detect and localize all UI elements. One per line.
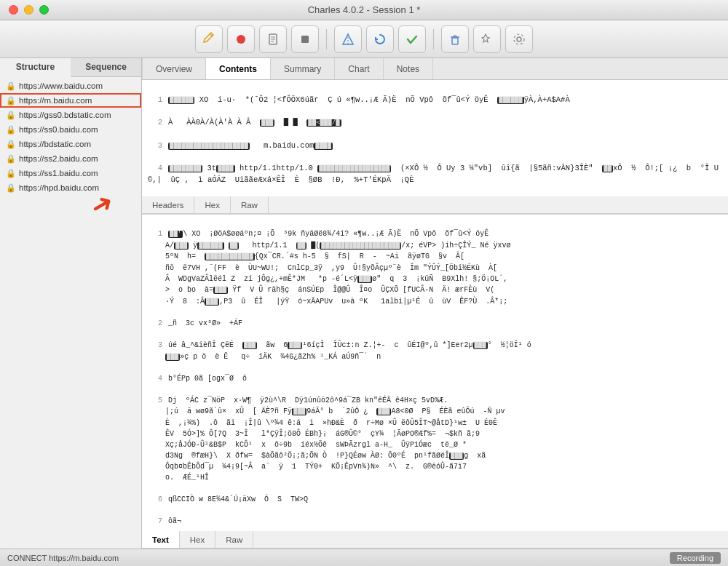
maximize-button[interactable] bbox=[39, 5, 49, 15]
list-item-baidu-www[interactable]: 🔒 https://www.baidu.com bbox=[0, 79, 141, 93]
subtab-headers[interactable]: Headers bbox=[142, 196, 194, 213]
lock-icon-gss0: 🔒 bbox=[6, 110, 16, 120]
content-area: 1██████ XO i-u· *(ˉÔ2 ¦<fÔÖX6úãr Ç ú «¶w… bbox=[142, 80, 728, 549]
tab-contents[interactable]: Contents bbox=[206, 58, 271, 79]
trash-btn[interactable] bbox=[441, 25, 469, 53]
settings-btn[interactable] bbox=[505, 25, 533, 53]
lock-icon-bdstatic: 🔒 bbox=[6, 139, 16, 149]
subtab-text[interactable]: Text bbox=[142, 531, 180, 548]
list-item-ss1[interactable]: 🔒 https://ss1.baidu.com bbox=[0, 166, 141, 180]
pen-btn[interactable] bbox=[334, 25, 362, 53]
list-item-baidu-m[interactable]: 🔒 https://m.baidu.com bbox=[0, 93, 141, 108]
record-btn[interactable] bbox=[227, 25, 255, 53]
refresh-btn[interactable] bbox=[366, 25, 394, 53]
status-bar: CONNECT https://m.baidu.com Recording bbox=[0, 549, 728, 566]
tools-btn[interactable] bbox=[473, 25, 501, 53]
window-title: Charles 4.0.2 - Session 1 * bbox=[308, 4, 421, 15]
tab-chart[interactable]: Chart bbox=[335, 58, 383, 79]
bottom-sub-tabs: Text Hex Raw bbox=[142, 531, 728, 549]
tab-notes[interactable]: Notes bbox=[384, 58, 433, 79]
toolbar bbox=[0, 20, 728, 58]
list-item-ss2[interactable]: 🔒 https://ss2.baidu.com bbox=[0, 151, 141, 166]
status-text: CONNECT https://m.baidu.com bbox=[7, 554, 119, 562]
main-content: Structure Sequence 🔒 https://www.baidu.c… bbox=[0, 58, 728, 549]
lock-icon-ss2: 🔒 bbox=[6, 154, 16, 164]
svg-point-12 bbox=[517, 37, 521, 41]
sidebar-tabs: Structure Sequence bbox=[0, 58, 141, 77]
subtab-hex[interactable]: Hex bbox=[194, 196, 230, 213]
sidebar: Structure Sequence 🔒 https://www.baidu.c… bbox=[0, 58, 142, 549]
svg-rect-5 bbox=[301, 36, 309, 43]
subtab-raw[interactable]: Raw bbox=[231, 196, 269, 213]
subtab-hex-bottom[interactable]: Hex bbox=[180, 531, 215, 548]
tab-sequence[interactable]: Sequence bbox=[71, 58, 141, 76]
pencil-btn[interactable] bbox=[195, 25, 223, 53]
content-lower: 1██'\ XO ¡ØöA$øøáºn;¤ ¡Õ ³9k ñyäØë8¾/4i?… bbox=[142, 215, 728, 549]
content-upper: 1██████ XO i-u· *(ˉÔ2 ¦<fÔÖX6úãr Ç ú «¶w… bbox=[142, 80, 728, 215]
list-item-gss0[interactable]: 🔒 https://gss0.bdstatic.com bbox=[0, 108, 141, 122]
title-bar: Charles 4.0.2 - Session 1 * bbox=[0, 0, 728, 20]
right-tabs: Overview Contents Summary Chart Notes bbox=[142, 58, 728, 80]
tab-structure[interactable]: Structure bbox=[0, 58, 71, 77]
lock-icon-ss0: 🔒 bbox=[6, 124, 16, 135]
list-item-ss0[interactable]: 🔒 https://ss0.baidu.com bbox=[0, 122, 141, 137]
subtab-raw-bottom[interactable]: Raw bbox=[215, 531, 253, 548]
lock-icon: 🔒 bbox=[6, 81, 16, 91]
window-controls bbox=[9, 5, 49, 15]
tab-overview[interactable]: Overview bbox=[142, 58, 206, 79]
tab-summary[interactable]: Summary bbox=[271, 58, 335, 79]
svg-point-0 bbox=[237, 35, 245, 44]
list-item-hpd[interactable]: 🔒 https://hpd.baidu.com bbox=[0, 180, 141, 195]
bottom-content[interactable]: 1██'\ XO ¡ØöA$øøáºn;¤ ¡Õ ³9k ñyäØë8¾/4i?… bbox=[142, 215, 728, 531]
check-btn[interactable] bbox=[398, 25, 426, 53]
svg-point-13 bbox=[514, 34, 524, 44]
separator-1 bbox=[326, 29, 327, 49]
document-btn[interactable] bbox=[259, 25, 287, 53]
recording-badge: Recording bbox=[670, 552, 721, 564]
sidebar-list: 🔒 https://www.baidu.com 🔒 https://m.baid… bbox=[0, 77, 141, 549]
upper-sub-tabs: Headers Hex Raw bbox=[142, 196, 728, 214]
lock-icon-m: 🔒 bbox=[6, 95, 16, 105]
stop-btn[interactable] bbox=[291, 25, 319, 53]
upper-hex-content[interactable]: 1██████ XO i-u· *(ˉÔ2 ¦<fÔÖX6úãr Ç ú «¶w… bbox=[142, 80, 728, 196]
lock-icon-ss1: 🔒 bbox=[6, 168, 16, 178]
lock-icon-hpd: 🔒 bbox=[6, 183, 16, 193]
svg-rect-7 bbox=[452, 38, 458, 44]
right-panel: Overview Contents Summary Chart Notes 1█… bbox=[142, 58, 728, 549]
minimize-button[interactable] bbox=[24, 5, 33, 15]
list-item-bdstatic[interactable]: 🔒 https://bdstatic.com bbox=[0, 137, 141, 151]
separator-2 bbox=[433, 29, 434, 49]
close-button[interactable] bbox=[9, 5, 18, 15]
